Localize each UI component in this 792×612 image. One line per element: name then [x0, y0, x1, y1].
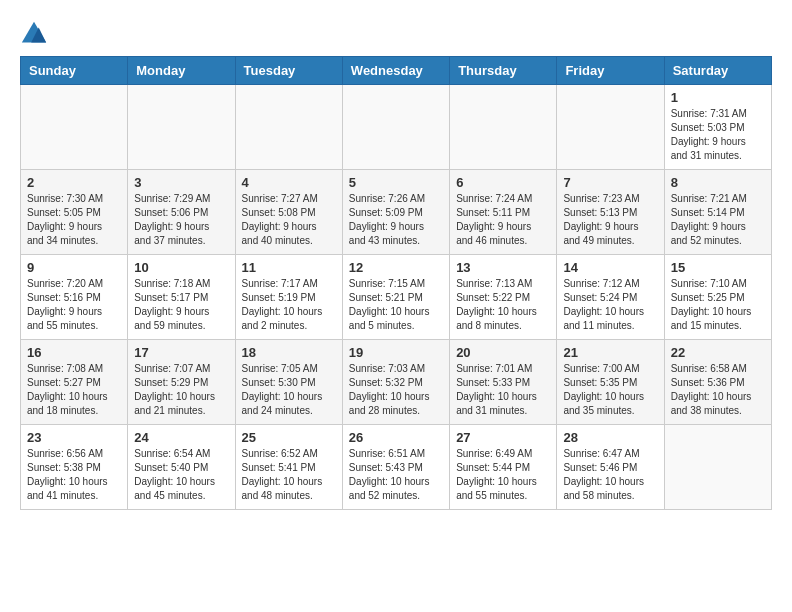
- day-cell: [557, 85, 664, 170]
- day-cell: 25Sunrise: 6:52 AM Sunset: 5:41 PM Dayli…: [235, 425, 342, 510]
- logo: [20, 20, 52, 48]
- day-number: 27: [456, 430, 550, 445]
- day-info: Sunrise: 6:51 AM Sunset: 5:43 PM Dayligh…: [349, 447, 443, 503]
- day-info: Sunrise: 6:54 AM Sunset: 5:40 PM Dayligh…: [134, 447, 228, 503]
- day-info: Sunrise: 7:27 AM Sunset: 5:08 PM Dayligh…: [242, 192, 336, 248]
- day-number: 16: [27, 345, 121, 360]
- day-number: 11: [242, 260, 336, 275]
- week-row-4: 16Sunrise: 7:08 AM Sunset: 5:27 PM Dayli…: [21, 340, 772, 425]
- day-cell: 28Sunrise: 6:47 AM Sunset: 5:46 PM Dayli…: [557, 425, 664, 510]
- day-number: 2: [27, 175, 121, 190]
- day-number: 6: [456, 175, 550, 190]
- day-number: 26: [349, 430, 443, 445]
- day-number: 24: [134, 430, 228, 445]
- calendar: SundayMondayTuesdayWednesdayThursdayFrid…: [20, 56, 772, 510]
- day-info: Sunrise: 7:20 AM Sunset: 5:16 PM Dayligh…: [27, 277, 121, 333]
- day-info: Sunrise: 6:52 AM Sunset: 5:41 PM Dayligh…: [242, 447, 336, 503]
- weekday-header-wednesday: Wednesday: [342, 57, 449, 85]
- day-info: Sunrise: 7:12 AM Sunset: 5:24 PM Dayligh…: [563, 277, 657, 333]
- day-number: 19: [349, 345, 443, 360]
- day-info: Sunrise: 7:30 AM Sunset: 5:05 PM Dayligh…: [27, 192, 121, 248]
- day-cell: 18Sunrise: 7:05 AM Sunset: 5:30 PM Dayli…: [235, 340, 342, 425]
- week-row-1: 1Sunrise: 7:31 AM Sunset: 5:03 PM Daylig…: [21, 85, 772, 170]
- day-info: Sunrise: 7:08 AM Sunset: 5:27 PM Dayligh…: [27, 362, 121, 418]
- day-number: 25: [242, 430, 336, 445]
- day-cell: 17Sunrise: 7:07 AM Sunset: 5:29 PM Dayli…: [128, 340, 235, 425]
- weekday-header-row: SundayMondayTuesdayWednesdayThursdayFrid…: [21, 57, 772, 85]
- day-cell: [342, 85, 449, 170]
- day-cell: 7Sunrise: 7:23 AM Sunset: 5:13 PM Daylig…: [557, 170, 664, 255]
- weekday-header-monday: Monday: [128, 57, 235, 85]
- day-cell: 5Sunrise: 7:26 AM Sunset: 5:09 PM Daylig…: [342, 170, 449, 255]
- day-info: Sunrise: 7:31 AM Sunset: 5:03 PM Dayligh…: [671, 107, 765, 163]
- day-cell: 1Sunrise: 7:31 AM Sunset: 5:03 PM Daylig…: [664, 85, 771, 170]
- day-cell: 14Sunrise: 7:12 AM Sunset: 5:24 PM Dayli…: [557, 255, 664, 340]
- day-number: 12: [349, 260, 443, 275]
- day-cell: 11Sunrise: 7:17 AM Sunset: 5:19 PM Dayli…: [235, 255, 342, 340]
- week-row-2: 2Sunrise: 7:30 AM Sunset: 5:05 PM Daylig…: [21, 170, 772, 255]
- day-cell: 20Sunrise: 7:01 AM Sunset: 5:33 PM Dayli…: [450, 340, 557, 425]
- day-cell: 12Sunrise: 7:15 AM Sunset: 5:21 PM Dayli…: [342, 255, 449, 340]
- day-number: 22: [671, 345, 765, 360]
- day-cell: 3Sunrise: 7:29 AM Sunset: 5:06 PM Daylig…: [128, 170, 235, 255]
- day-info: Sunrise: 6:47 AM Sunset: 5:46 PM Dayligh…: [563, 447, 657, 503]
- day-info: Sunrise: 7:29 AM Sunset: 5:06 PM Dayligh…: [134, 192, 228, 248]
- day-cell: 24Sunrise: 6:54 AM Sunset: 5:40 PM Dayli…: [128, 425, 235, 510]
- day-cell: 21Sunrise: 7:00 AM Sunset: 5:35 PM Dayli…: [557, 340, 664, 425]
- day-cell: 13Sunrise: 7:13 AM Sunset: 5:22 PM Dayli…: [450, 255, 557, 340]
- day-number: 7: [563, 175, 657, 190]
- day-info: Sunrise: 7:10 AM Sunset: 5:25 PM Dayligh…: [671, 277, 765, 333]
- week-row-5: 23Sunrise: 6:56 AM Sunset: 5:38 PM Dayli…: [21, 425, 772, 510]
- day-info: Sunrise: 7:17 AM Sunset: 5:19 PM Dayligh…: [242, 277, 336, 333]
- day-cell: 23Sunrise: 6:56 AM Sunset: 5:38 PM Dayli…: [21, 425, 128, 510]
- day-cell: [235, 85, 342, 170]
- day-info: Sunrise: 7:15 AM Sunset: 5:21 PM Dayligh…: [349, 277, 443, 333]
- day-info: Sunrise: 7:07 AM Sunset: 5:29 PM Dayligh…: [134, 362, 228, 418]
- header: [20, 20, 772, 48]
- day-info: Sunrise: 6:58 AM Sunset: 5:36 PM Dayligh…: [671, 362, 765, 418]
- day-number: 9: [27, 260, 121, 275]
- day-number: 18: [242, 345, 336, 360]
- weekday-header-sunday: Sunday: [21, 57, 128, 85]
- day-info: Sunrise: 7:03 AM Sunset: 5:32 PM Dayligh…: [349, 362, 443, 418]
- day-number: 1: [671, 90, 765, 105]
- day-cell: 19Sunrise: 7:03 AM Sunset: 5:32 PM Dayli…: [342, 340, 449, 425]
- weekday-header-tuesday: Tuesday: [235, 57, 342, 85]
- weekday-header-friday: Friday: [557, 57, 664, 85]
- day-number: 13: [456, 260, 550, 275]
- day-info: Sunrise: 6:56 AM Sunset: 5:38 PM Dayligh…: [27, 447, 121, 503]
- day-cell: 22Sunrise: 6:58 AM Sunset: 5:36 PM Dayli…: [664, 340, 771, 425]
- day-cell: 16Sunrise: 7:08 AM Sunset: 5:27 PM Dayli…: [21, 340, 128, 425]
- day-cell: 8Sunrise: 7:21 AM Sunset: 5:14 PM Daylig…: [664, 170, 771, 255]
- day-cell: 4Sunrise: 7:27 AM Sunset: 5:08 PM Daylig…: [235, 170, 342, 255]
- day-cell: 26Sunrise: 6:51 AM Sunset: 5:43 PM Dayli…: [342, 425, 449, 510]
- day-info: Sunrise: 7:00 AM Sunset: 5:35 PM Dayligh…: [563, 362, 657, 418]
- day-info: Sunrise: 7:21 AM Sunset: 5:14 PM Dayligh…: [671, 192, 765, 248]
- day-number: 21: [563, 345, 657, 360]
- day-number: 3: [134, 175, 228, 190]
- day-cell: 6Sunrise: 7:24 AM Sunset: 5:11 PM Daylig…: [450, 170, 557, 255]
- day-cell: 15Sunrise: 7:10 AM Sunset: 5:25 PM Dayli…: [664, 255, 771, 340]
- day-number: 28: [563, 430, 657, 445]
- day-cell: [664, 425, 771, 510]
- day-number: 15: [671, 260, 765, 275]
- day-cell: [450, 85, 557, 170]
- day-number: 14: [563, 260, 657, 275]
- day-cell: 27Sunrise: 6:49 AM Sunset: 5:44 PM Dayli…: [450, 425, 557, 510]
- weekday-header-saturday: Saturday: [664, 57, 771, 85]
- day-cell: 10Sunrise: 7:18 AM Sunset: 5:17 PM Dayli…: [128, 255, 235, 340]
- day-number: 10: [134, 260, 228, 275]
- day-info: Sunrise: 7:01 AM Sunset: 5:33 PM Dayligh…: [456, 362, 550, 418]
- logo-icon: [20, 20, 48, 48]
- day-info: Sunrise: 7:23 AM Sunset: 5:13 PM Dayligh…: [563, 192, 657, 248]
- day-cell: [21, 85, 128, 170]
- day-cell: 2Sunrise: 7:30 AM Sunset: 5:05 PM Daylig…: [21, 170, 128, 255]
- day-number: 4: [242, 175, 336, 190]
- day-info: Sunrise: 6:49 AM Sunset: 5:44 PM Dayligh…: [456, 447, 550, 503]
- day-number: 8: [671, 175, 765, 190]
- day-info: Sunrise: 7:05 AM Sunset: 5:30 PM Dayligh…: [242, 362, 336, 418]
- day-cell: [128, 85, 235, 170]
- day-info: Sunrise: 7:26 AM Sunset: 5:09 PM Dayligh…: [349, 192, 443, 248]
- day-number: 23: [27, 430, 121, 445]
- week-row-3: 9Sunrise: 7:20 AM Sunset: 5:16 PM Daylig…: [21, 255, 772, 340]
